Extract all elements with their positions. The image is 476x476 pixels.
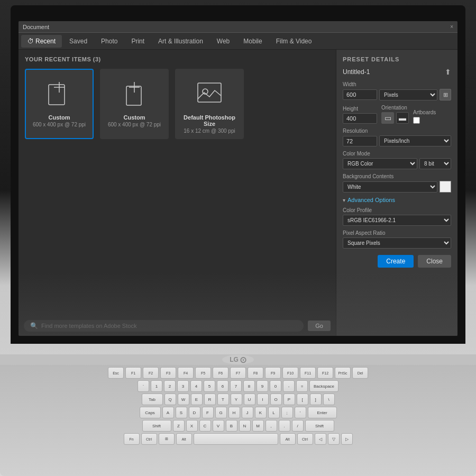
- key-k[interactable]: K: [255, 407, 267, 418]
- width-input[interactable]: [343, 89, 377, 100]
- color-profile-select[interactable]: sRGB IEC61966-2.1: [343, 215, 451, 226]
- key-f6[interactable]: F6: [213, 367, 228, 379]
- key-ctrl-left[interactable]: Ctrl: [141, 433, 157, 445]
- key-period[interactable]: .: [279, 420, 290, 432]
- window-close-button[interactable]: ×: [450, 24, 453, 30]
- key-win[interactable]: ⊞: [159, 433, 175, 445]
- key-1[interactable]: 1: [151, 380, 162, 392]
- search-input[interactable]: [41, 323, 297, 329]
- key-minus[interactable]: -: [283, 380, 295, 392]
- color-mode-select[interactable]: RGB Color: [343, 158, 417, 169]
- key-c[interactable]: C: [199, 420, 211, 432]
- tab-photo[interactable]: Photo: [95, 35, 124, 48]
- key-u[interactable]: U: [244, 393, 255, 405]
- key-backspace[interactable]: Backspace: [309, 380, 338, 392]
- tab-mobile[interactable]: Mobile: [237, 35, 268, 48]
- key-t[interactable]: T: [217, 393, 229, 405]
- bg-color-swatch[interactable]: [440, 181, 451, 193]
- key-j[interactable]: J: [242, 407, 253, 418]
- key-alt-left[interactable]: Alt: [176, 433, 192, 445]
- key-enter[interactable]: Enter: [308, 407, 337, 418]
- key-n[interactable]: N: [239, 420, 251, 432]
- key-f2[interactable]: F2: [143, 367, 159, 379]
- grid-icon-button[interactable]: ⊞: [440, 89, 451, 100]
- key-caps[interactable]: Caps: [140, 407, 161, 418]
- tab-art[interactable]: Art & Illustration: [152, 35, 209, 48]
- tab-recent[interactable]: ⏱Recent: [21, 35, 62, 48]
- key-w[interactable]: W: [178, 393, 189, 405]
- key-right[interactable]: ▷: [341, 433, 353, 445]
- create-button[interactable]: Create: [378, 255, 414, 268]
- key-f3[interactable]: F3: [160, 367, 176, 379]
- key-left[interactable]: ◁: [315, 433, 326, 445]
- key-alt-right[interactable]: Alt: [280, 433, 296, 445]
- key-p[interactable]: P: [283, 393, 295, 405]
- bit-depth-select[interactable]: 8 bit: [419, 158, 451, 169]
- key-f9[interactable]: F9: [265, 367, 281, 379]
- key-g[interactable]: G: [215, 407, 227, 418]
- save-preset-icon[interactable]: ⬆: [445, 68, 451, 76]
- key-f7[interactable]: F7: [230, 367, 246, 379]
- key-space[interactable]: [194, 433, 278, 445]
- key-7[interactable]: 7: [230, 380, 242, 392]
- key-f12[interactable]: F12: [317, 367, 333, 379]
- key-8[interactable]: 8: [243, 380, 255, 392]
- key-b[interactable]: B: [226, 420, 237, 432]
- key-delete[interactable]: Del: [352, 367, 368, 379]
- key-q[interactable]: Q: [164, 393, 176, 405]
- key-h[interactable]: H: [228, 407, 240, 418]
- key-lbracket[interactable]: [: [297, 393, 308, 405]
- key-comma[interactable]: ,: [266, 420, 277, 432]
- key-f10[interactable]: F10: [282, 367, 298, 379]
- bg-contents-select[interactable]: White: [343, 181, 437, 193]
- resolution-unit-select[interactable]: Pixels/Inch: [379, 135, 451, 147]
- tab-saved[interactable]: Saved: [63, 35, 94, 48]
- key-f1[interactable]: F1: [125, 367, 141, 379]
- key-rbracket[interactable]: ]: [310, 393, 322, 405]
- height-input[interactable]: [343, 113, 377, 124]
- go-button[interactable]: Go: [308, 321, 331, 331]
- width-unit-select[interactable]: Pixels: [379, 89, 437, 100]
- key-6[interactable]: 6: [217, 380, 228, 392]
- key-semicolon[interactable]: ;: [281, 407, 293, 418]
- key-shift-right[interactable]: Shift: [305, 420, 334, 432]
- key-equals[interactable]: =: [296, 380, 308, 392]
- key-m[interactable]: M: [252, 420, 264, 432]
- key-quote[interactable]: ': [295, 407, 306, 418]
- key-4[interactable]: 4: [190, 380, 202, 392]
- key-backtick[interactable]: `: [138, 380, 149, 392]
- pixel-ratio-select[interactable]: Square Pixels: [343, 237, 451, 249]
- key-backslash[interactable]: \: [323, 393, 335, 405]
- key-3[interactable]: 3: [177, 380, 189, 392]
- key-f4[interactable]: F4: [178, 367, 194, 379]
- advanced-options-toggle[interactable]: ▾ Advanced Options: [343, 197, 451, 203]
- recent-item-2[interactable]: Default Photoshop Size 16 x 12 cm @ 300 …: [175, 69, 244, 139]
- key-down[interactable]: ▽: [328, 433, 340, 445]
- key-s[interactable]: S: [176, 407, 187, 418]
- key-2[interactable]: 2: [164, 380, 176, 392]
- key-i[interactable]: I: [257, 393, 269, 405]
- key-esc[interactable]: Esc: [108, 367, 124, 379]
- resolution-input[interactable]: [343, 136, 377, 147]
- key-l[interactable]: L: [268, 407, 280, 418]
- key-f[interactable]: F: [202, 407, 214, 418]
- key-9[interactable]: 9: [257, 380, 268, 392]
- key-a[interactable]: A: [162, 407, 174, 418]
- key-f11[interactable]: F11: [300, 367, 316, 379]
- key-v[interactable]: V: [213, 420, 224, 432]
- key-f5[interactable]: F5: [195, 367, 211, 379]
- portrait-button[interactable]: ▭: [381, 112, 394, 124]
- key-0[interactable]: 0: [270, 380, 281, 392]
- close-button[interactable]: Close: [418, 255, 451, 268]
- key-z[interactable]: Z: [173, 420, 185, 432]
- key-ctrl-right[interactable]: Ctrl: [297, 433, 313, 445]
- key-f8[interactable]: F8: [248, 367, 263, 379]
- key-y[interactable]: Y: [231, 393, 242, 405]
- recent-item-1[interactable]: Custom 600 x 400 px @ 72 ppi: [100, 69, 169, 139]
- tab-web[interactable]: Web: [210, 35, 236, 48]
- key-shift-left[interactable]: Shift: [142, 420, 171, 432]
- key-e[interactable]: E: [191, 393, 203, 405]
- key-prtsc[interactable]: PrtSc: [335, 367, 351, 379]
- key-fn[interactable]: Fn: [124, 433, 140, 445]
- landscape-button[interactable]: ▬: [396, 112, 409, 124]
